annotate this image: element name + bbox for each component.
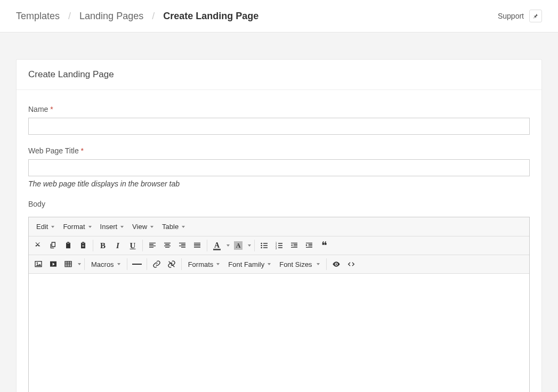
insert-media-button[interactable] xyxy=(46,257,61,271)
web-page-title-label: Web Page Title * xyxy=(28,146,84,155)
menu-edit[interactable]: Edit xyxy=(32,220,59,233)
outdent-icon xyxy=(290,241,298,250)
text-color-dropdown[interactable] xyxy=(224,239,231,252)
align-left-icon xyxy=(148,241,157,250)
chevron-down-icon xyxy=(268,263,271,265)
media-icon xyxy=(49,260,58,268)
eye-icon xyxy=(332,260,341,268)
align-left-button[interactable] xyxy=(145,239,160,252)
insert-image-button[interactable] xyxy=(31,257,46,271)
breadcrumb-templates[interactable]: Templates xyxy=(16,11,60,22)
toolbar-separator xyxy=(84,258,85,270)
pin-button[interactable] xyxy=(529,10,542,22)
breadcrumb: Templates / Landing Pages / Create Landi… xyxy=(16,11,258,22)
svg-point-2 xyxy=(261,247,262,249)
preview-button[interactable] xyxy=(329,257,344,271)
toolbar-separator xyxy=(326,258,327,270)
background-color-dropdown[interactable] xyxy=(246,239,252,252)
chevron-down-icon xyxy=(248,244,251,247)
menu-view[interactable]: View xyxy=(128,220,158,233)
paste-text-icon xyxy=(79,241,87,250)
font-sizes-dropdown[interactable]: Font Sizes xyxy=(275,257,324,271)
numbered-list-button[interactable]: 123 xyxy=(272,239,287,252)
chevron-down-icon xyxy=(227,244,230,247)
unlink-button[interactable] xyxy=(164,257,179,271)
name-label: Name * xyxy=(28,105,53,113)
toolbar-separator xyxy=(207,240,207,251)
svg-text:3: 3 xyxy=(276,247,277,250)
horizontal-rule-icon xyxy=(132,264,142,265)
blockquote-icon: ❝ xyxy=(321,243,327,248)
field-name: Name * xyxy=(28,105,530,135)
breadcrumb-separator: / xyxy=(68,11,71,22)
web-page-title-input[interactable] xyxy=(28,159,530,176)
numbered-list-icon: 123 xyxy=(275,241,284,250)
text-color-button[interactable]: A xyxy=(209,239,224,252)
chevron-down-icon xyxy=(150,226,153,228)
bold-button[interactable]: B xyxy=(95,239,110,252)
font-family-dropdown[interactable]: Font Family xyxy=(224,257,275,271)
breadcrumb-landing-pages[interactable]: Landing Pages xyxy=(79,11,143,22)
bold-icon: B xyxy=(100,241,106,250)
rich-text-editor: Edit Format Insert View Table B I U xyxy=(28,217,530,392)
card-title: Create Landing Page xyxy=(17,60,541,90)
menu-insert[interactable]: Insert xyxy=(96,220,128,233)
align-right-button[interactable] xyxy=(175,239,190,252)
support-area: Support xyxy=(498,10,542,22)
align-right-icon xyxy=(178,241,187,250)
cut-icon xyxy=(34,241,43,250)
chevron-down-icon xyxy=(88,226,92,228)
field-body: Body xyxy=(28,200,530,213)
support-link[interactable]: Support xyxy=(498,12,524,20)
toolbar-separator xyxy=(147,258,147,270)
chevron-down-icon xyxy=(317,263,320,265)
cut-button[interactable] xyxy=(31,239,46,252)
editor-content-area[interactable] xyxy=(29,274,529,392)
menu-format[interactable]: Format xyxy=(59,220,95,233)
paste-text-button[interactable] xyxy=(76,239,91,252)
outdent-button[interactable] xyxy=(287,239,302,252)
svg-point-7 xyxy=(37,263,38,264)
copy-icon xyxy=(49,241,58,250)
chevron-down-icon xyxy=(51,226,54,228)
menu-table[interactable]: Table xyxy=(158,220,189,233)
editor-toolbar-1: B I U A A 123 xyxy=(29,236,529,255)
copy-button[interactable] xyxy=(46,239,61,252)
insert-table-button[interactable] xyxy=(61,257,76,271)
form-card: Create Landing Page Name * Web Page Titl… xyxy=(16,59,542,392)
editor-menubar: Edit Format Insert View Table xyxy=(29,217,529,236)
bullet-list-button[interactable] xyxy=(257,239,272,252)
link-button[interactable] xyxy=(149,257,164,271)
align-center-button[interactable] xyxy=(160,239,175,252)
insert-table-dropdown[interactable] xyxy=(76,257,82,271)
chevron-down-icon xyxy=(120,226,124,228)
italic-icon: I xyxy=(116,241,119,250)
toolbar-separator xyxy=(254,240,255,251)
italic-button[interactable]: I xyxy=(110,239,125,252)
link-icon xyxy=(152,260,161,268)
chevron-down-icon xyxy=(182,226,185,228)
breadcrumb-separator: / xyxy=(152,11,155,22)
paste-button[interactable] xyxy=(61,239,76,252)
indent-button[interactable] xyxy=(302,239,317,252)
underline-button[interactable]: U xyxy=(125,239,140,252)
name-input[interactable] xyxy=(28,118,530,135)
bullet-list-icon xyxy=(260,241,269,250)
toolbar-separator xyxy=(127,258,127,270)
page-content: Create Landing Page Name * Web Page Titl… xyxy=(0,32,558,392)
underline-icon: U xyxy=(130,241,136,250)
blockquote-button[interactable]: ❝ xyxy=(317,239,331,252)
source-code-button[interactable] xyxy=(344,257,359,271)
table-icon xyxy=(64,260,72,268)
align-justify-button[interactable] xyxy=(190,239,205,252)
unlink-icon xyxy=(167,260,176,268)
chevron-down-icon xyxy=(117,263,120,265)
macros-dropdown[interactable]: Macros xyxy=(87,257,125,271)
svg-point-0 xyxy=(261,243,262,244)
toolbar-separator xyxy=(93,240,93,251)
background-color-button[interactable]: A xyxy=(231,239,246,252)
horizontal-rule-button[interactable] xyxy=(130,257,144,271)
field-web-page-title: Web Page Title * The web page title disp… xyxy=(28,146,530,188)
formats-dropdown[interactable]: Formats xyxy=(184,257,224,271)
align-justify-icon xyxy=(193,241,201,250)
